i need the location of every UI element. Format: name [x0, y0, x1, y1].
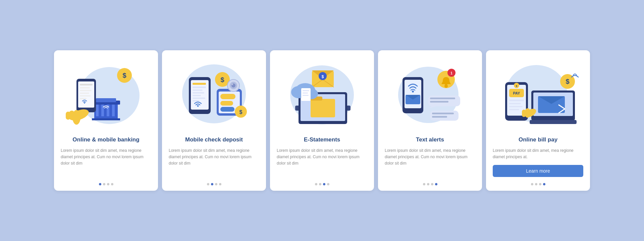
card-5-dots — [531, 180, 545, 185]
card-4-illustration: 1 — [385, 57, 475, 131]
svg-text:$: $ — [516, 84, 518, 87]
svg-rect-18 — [80, 98, 87, 99]
dot-1-3[interactable] — [107, 183, 109, 185]
svg-rect-23 — [66, 112, 70, 120]
card-3-title: E-Statements — [304, 136, 340, 143]
svg-rect-102 — [509, 109, 519, 110]
svg-rect-66 — [303, 95, 309, 96]
dot-5-2[interactable] — [535, 183, 537, 185]
svg-rect-100 — [509, 103, 521, 104]
svg-rect-80 — [430, 101, 448, 103]
dot-1-2[interactable] — [103, 183, 105, 185]
svg-rect-17 — [80, 95, 91, 97]
svg-rect-30 — [193, 92, 204, 94]
cards-container: $ On — [54, 50, 590, 191]
svg-rect-31 — [193, 95, 201, 96]
card-4-text: Lorem ipsum dolor sit dim amet, mea regi… — [385, 147, 475, 167]
card-3-dots — [315, 180, 329, 185]
svg-rect-15 — [80, 90, 92, 91]
svg-point-70 — [412, 91, 414, 93]
svg-text:1: 1 — [450, 71, 452, 75]
svg-rect-101 — [509, 106, 523, 107]
svg-rect-13 — [80, 84, 93, 85]
svg-rect-16 — [80, 93, 89, 94]
card-e-statements: $ E-Statements Lorem ipsum dolor sit dim… — [270, 50, 374, 191]
card-4-title: Text alerts — [416, 136, 444, 143]
svg-rect-84 — [432, 116, 447, 118]
dot-4-3[interactable] — [431, 183, 433, 185]
svg-rect-88 — [530, 120, 577, 124]
card-4-dots — [423, 180, 437, 185]
dot-3-4[interactable] — [327, 183, 329, 185]
card-5-title: Online bill pay — [519, 136, 557, 143]
card-2-dots — [207, 180, 221, 185]
svg-rect-63 — [301, 88, 311, 101]
svg-rect-14 — [80, 87, 90, 88]
svg-rect-33 — [193, 100, 199, 102]
card-mobile-check-deposit: $ $ Mobile check deposit Lorem ipsum dol… — [162, 50, 266, 191]
dot-2-1[interactable] — [207, 183, 209, 185]
svg-rect-7 — [112, 105, 115, 116]
dot-5-1[interactable] — [531, 183, 533, 185]
svg-rect-79 — [430, 98, 455, 99]
dot-2-2[interactable] — [211, 183, 213, 185]
dot-2-3[interactable] — [215, 183, 217, 185]
svg-rect-104 — [525, 108, 530, 118]
svg-rect-83 — [432, 113, 454, 114]
dot-4-1[interactable] — [423, 183, 425, 185]
svg-point-75 — [444, 84, 448, 88]
dot-5-3[interactable] — [539, 183, 541, 185]
dot-1-4[interactable] — [111, 183, 113, 185]
dot-2-4[interactable] — [219, 183, 221, 185]
svg-rect-39 — [220, 94, 235, 99]
svg-rect-28 — [193, 86, 206, 88]
svg-rect-32 — [193, 98, 205, 99]
card-1-dots — [99, 180, 113, 185]
svg-rect-3 — [96, 98, 116, 102]
card-2-text: Lorem ipsum dolor sit dim amet, mea regi… — [169, 147, 259, 167]
svg-rect-8 — [92, 118, 120, 120]
svg-point-19 — [84, 102, 85, 104]
card-3-text: Lorem ipsum dolor sit dim amet, mea regi… — [277, 147, 367, 167]
card-2-illustration: $ $ — [169, 57, 259, 131]
card-1-title: Online & mobile banking — [72, 136, 139, 143]
svg-text:$: $ — [566, 78, 569, 85]
card-1-illustration: $ — [61, 57, 151, 131]
dot-4-2[interactable] — [427, 183, 429, 185]
svg-rect-99 — [509, 100, 524, 101]
svg-rect-82 — [430, 111, 459, 121]
card-online-mobile-banking: $ On — [54, 50, 158, 191]
svg-rect-5 — [101, 105, 104, 116]
svg-text:$: $ — [239, 109, 243, 115]
svg-rect-52 — [311, 99, 335, 117]
card-3-illustration: $ — [277, 57, 367, 131]
svg-point-34 — [197, 105, 199, 107]
dot-3-1[interactable] — [315, 183, 317, 185]
svg-text:PAY: PAY — [513, 91, 520, 95]
card-text-alerts: 1 Text alerts Lorem ipsum dolor sit dim … — [378, 50, 482, 191]
dot-5-4[interactable] — [543, 183, 545, 185]
svg-rect-65 — [303, 93, 308, 94]
card-1-text: Lorem ipsum dolor sit dim amet, mea regi… — [61, 147, 151, 167]
svg-rect-41 — [220, 107, 234, 112]
learn-more-button[interactable]: Learn more — [493, 165, 583, 177]
svg-rect-105 — [522, 110, 526, 117]
svg-point-47 — [232, 84, 233, 85]
dot-1-1[interactable] — [99, 183, 101, 185]
svg-text:$: $ — [322, 74, 324, 79]
svg-rect-40 — [220, 101, 233, 106]
svg-text:$: $ — [220, 76, 224, 83]
dot-3-3[interactable] — [323, 183, 325, 185]
dot-4-4[interactable] — [435, 183, 437, 185]
card-5-text: Lorem ipsum dolor sit dim amet, mea regi… — [493, 147, 583, 160]
card-2-title: Mobile check deposit — [185, 136, 243, 143]
svg-text:$: $ — [122, 72, 126, 79]
svg-rect-64 — [303, 90, 309, 91]
dot-3-2[interactable] — [319, 183, 321, 185]
card-5-illustration: $ PAY $ — [493, 57, 583, 131]
card-online-bill-pay: $ PAY $ — [486, 50, 590, 191]
svg-rect-29 — [193, 89, 203, 91]
svg-rect-4 — [96, 105, 99, 116]
svg-rect-27 — [193, 83, 206, 85]
